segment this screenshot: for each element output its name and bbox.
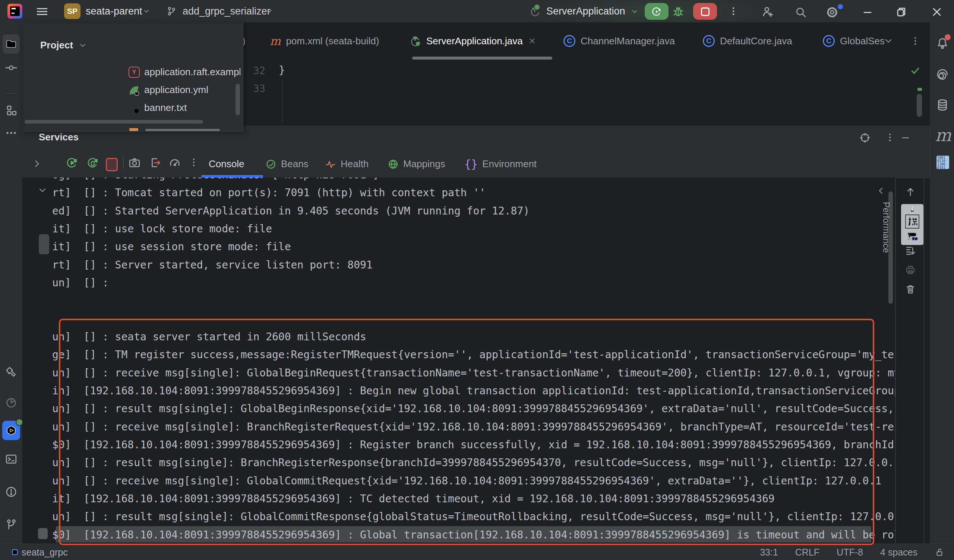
- tab-options-icon[interactable]: [910, 36, 920, 46]
- code-with-me-icon[interactable]: [761, 5, 775, 19]
- more-actions-icon[interactable]: [728, 6, 739, 16]
- search-everywhere-icon[interactable]: [795, 6, 807, 19]
- rerun-debug-icon[interactable]: [86, 156, 99, 169]
- java-class-icon: C: [823, 35, 835, 47]
- expand-chevron-icon[interactable]: [32, 159, 42, 168]
- fold-chevron-icon[interactable]: [38, 186, 47, 195]
- print-icon[interactable]: [905, 264, 916, 275]
- rerun-button[interactable]: [645, 3, 669, 20]
- status-caret-position[interactable]: 33:1: [760, 547, 778, 558]
- git-branch-icon[interactable]: [166, 6, 177, 16]
- terminal-toolwindow-button[interactable]: [5, 453, 17, 465]
- dependencies-matrix-button[interactable]: 1001011011000101: [937, 156, 949, 169]
- console-log-line: un] [] : result msg[single]: GlobalBegin…: [52, 400, 895, 418]
- gauge-icon[interactable]: [168, 156, 181, 169]
- tab-channel-manager[interactable]: C ChannelManager.java: [563, 22, 690, 59]
- editor-line-number: 32: [240, 65, 265, 76]
- status-line-separator[interactable]: CRLF: [795, 547, 820, 558]
- project-view-chevron-icon[interactable]: [79, 42, 86, 49]
- yaml-file-icon: Y: [129, 67, 140, 78]
- unlocked-icon[interactable]: [935, 548, 944, 557]
- tab-label: Environment: [482, 158, 537, 170]
- target-icon[interactable]: [859, 132, 871, 143]
- ai-assistant-button[interactable]: [936, 68, 949, 81]
- console-log-line: rt] [] : Tomcat started on port(s): 7091…: [52, 184, 895, 202]
- run-config-selector[interactable]: ServerApplication: [546, 0, 625, 22]
- run-status-dot: [534, 4, 540, 11]
- branch-selector[interactable]: add_grpc_serializer: [182, 0, 271, 22]
- left-tool-strip: [0, 22, 23, 544]
- rerun-service-icon[interactable]: [65, 156, 78, 169]
- panel-options-icon[interactable]: [885, 132, 895, 143]
- project-panel-title[interactable]: Project: [40, 39, 73, 51]
- stop-service-icon[interactable]: [106, 158, 118, 171]
- scroll-up-icon[interactable]: [905, 186, 916, 198]
- structure-toolwindow-button[interactable]: [5, 104, 17, 117]
- console-log-line: rt] [] : Server started, service listen …: [52, 256, 895, 274]
- console-options-icon[interactable]: [189, 157, 199, 168]
- tab-server-application[interactable]: ServerApplication.java: [409, 22, 555, 59]
- branch-chevron-down-icon[interactable]: [266, 8, 273, 14]
- console-log-line: un] [] :: [52, 274, 895, 292]
- status-project-widget[interactable]: seata_grpc: [22, 544, 68, 560]
- debug-button[interactable]: [672, 5, 685, 18]
- tree-item-banner-txt[interactable]: banner.txt: [22, 99, 243, 117]
- project-hscrollbar-thumb[interactable]: [25, 120, 203, 124]
- console-log-line: un] [] : receive msg[single]: GlobalComm…: [52, 472, 895, 490]
- project-toolwindow-button[interactable]: [3, 34, 20, 54]
- tab-environment[interactable]: {} Environment: [465, 151, 537, 177]
- tab-label: Health: [341, 158, 369, 170]
- main-menu-icon[interactable]: [36, 5, 48, 18]
- status-indent[interactable]: 4 spaces: [880, 547, 918, 558]
- console-gutter-thumb: [38, 528, 48, 539]
- project-vscrollbar-thumb[interactable]: [235, 84, 240, 115]
- tree-item-raft-yaml[interactable]: Y application.raft.example.: [22, 63, 243, 81]
- console-right-border: [895, 177, 896, 544]
- editor-scrollbar-thumb[interactable]: [917, 94, 922, 117]
- project-selector[interactable]: seata-parent: [86, 0, 142, 22]
- console-log-line: it] [] : use lock store mode: file: [52, 220, 895, 238]
- tab-console[interactable]: Console: [209, 151, 244, 177]
- tab-label: ChannelManager.java: [581, 35, 675, 47]
- editor-code-line[interactable]: }: [279, 64, 285, 76]
- scroll-to-end-icon[interactable]: [905, 245, 916, 256]
- title-bar: SP seata-parent add_grpc_serializer Serv…: [0, 0, 954, 23]
- version-control-toolwindow-button[interactable]: [5, 518, 17, 531]
- build-toolwindow-button[interactable]: [5, 366, 17, 378]
- console-log-line: un] [] : seata server started in 2600 mi…: [52, 328, 895, 346]
- maven-button[interactable]: m: [935, 125, 951, 145]
- tab-close-icon[interactable]: [528, 37, 536, 45]
- clear-console-trash-icon[interactable]: [905, 284, 916, 295]
- inspections-ok-icon[interactable]: [909, 65, 921, 77]
- problems-toolwindow-button[interactable]: [5, 485, 17, 498]
- commit-toolwindow-button[interactable]: [5, 61, 17, 74]
- notifications-dot: [945, 34, 951, 40]
- project-badge[interactable]: SP: [64, 3, 81, 19]
- tab-beans[interactable]: Beans: [265, 151, 309, 177]
- window-close-button[interactable]: [930, 5, 943, 19]
- stop-button[interactable]: [693, 3, 717, 20]
- window-minimize-button[interactable]: [861, 5, 874, 19]
- console-output[interactable]: og] [] : Starting ProtocolHandler [ http…: [22, 177, 895, 544]
- mappings-globe-icon: [388, 159, 399, 170]
- more-toolwindows-button[interactable]: [5, 127, 17, 139]
- panel-minimize-icon[interactable]: [900, 132, 911, 143]
- tab-global-session[interactable]: C GlobalSes: [823, 22, 889, 59]
- profiler-toolwindow-button[interactable]: [5, 396, 17, 409]
- tab-label: pom.xml (seata-build): [286, 35, 379, 47]
- run-config-chevron-down-icon[interactable]: [631, 8, 638, 15]
- tree-item-application-yml[interactable]: application.yml: [22, 81, 243, 99]
- tab-pom-xml[interactable]: m pom.xml (seata-build): [270, 22, 396, 59]
- console-log-line: it] [192.168.10.104:8091:399978845529695…: [52, 490, 895, 508]
- tab-health[interactable]: Health: [325, 151, 369, 177]
- thread-dump-camera-icon[interactable]: [128, 156, 141, 169]
- disconnect-icon[interactable]: [149, 156, 162, 169]
- status-encoding[interactable]: UTF-8: [837, 547, 863, 558]
- hidden-tabs-chevron-icon[interactable]: [884, 36, 893, 45]
- tab-default-core[interactable]: C DefaultCore.java: [703, 22, 811, 59]
- window-restore-button[interactable]: [894, 5, 908, 19]
- console-log-line: in] [192.168.10.104:8091:399978845529695…: [52, 382, 895, 400]
- database-button[interactable]: [936, 98, 949, 112]
- tab-mappings[interactable]: Mappings: [388, 151, 445, 177]
- project-chevron-down-icon[interactable]: [143, 8, 150, 14]
